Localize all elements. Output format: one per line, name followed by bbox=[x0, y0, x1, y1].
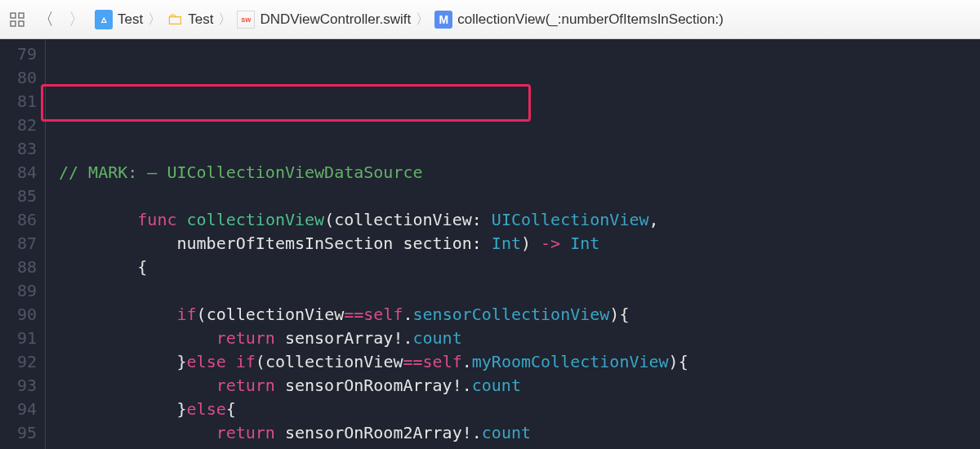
code-line[interactable]: } bbox=[59, 445, 980, 449]
code-token: Int bbox=[492, 233, 521, 253]
line-number: 89 bbox=[3, 279, 37, 303]
svg-rect-2 bbox=[11, 21, 16, 26]
line-number-gutter: 798081828384858687888990919293949596 bbox=[0, 39, 46, 449]
code-token: collectionView bbox=[207, 305, 345, 324]
code-line[interactable]: // MARK: – UICollectionViewDataSource bbox=[59, 161, 980, 184]
code-token: sensorArray bbox=[285, 328, 393, 348]
breadcrumb-item-folder[interactable]: 🗀 Test bbox=[167, 10, 213, 29]
code-token: . bbox=[462, 352, 472, 371]
code-line[interactable]: }else{ bbox=[59, 398, 980, 421]
code-token: !. bbox=[452, 376, 472, 395]
code-token: . bbox=[403, 305, 412, 324]
line-number: 82 bbox=[3, 113, 37, 137]
nav-back-icon[interactable]: 〈 bbox=[33, 8, 59, 30]
breadcrumb-separator: 〉 bbox=[148, 10, 162, 29]
line-number: 93 bbox=[3, 374, 37, 398]
code-line[interactable] bbox=[59, 137, 980, 161]
breadcrumb-label: Test bbox=[188, 11, 213, 28]
line-number: 95 bbox=[3, 421, 37, 445]
code-token: } bbox=[177, 352, 187, 371]
code-token: UICollectionView bbox=[492, 210, 649, 229]
project-icon: ▵ bbox=[95, 10, 113, 29]
breadcrumb-label: collectionView(_:numberOfItemsInSection:… bbox=[457, 11, 724, 28]
code-token: else bbox=[187, 399, 226, 419]
svg-rect-1 bbox=[19, 13, 24, 18]
line-number: 85 bbox=[3, 184, 37, 208]
code-token: { bbox=[226, 399, 236, 419]
breadcrumb-label: Test bbox=[118, 11, 143, 28]
code-token: ){ bbox=[609, 305, 629, 324]
code-line[interactable]: return sensorOnRoomArray!.count bbox=[59, 374, 980, 398]
code-token: self bbox=[363, 305, 403, 324]
code-token: collectionView bbox=[265, 352, 403, 371]
breadcrumb-label: DNDViewController.swift bbox=[260, 11, 411, 28]
code-token: : bbox=[472, 210, 492, 229]
line-number: 90 bbox=[3, 303, 37, 327]
code-token: if bbox=[177, 305, 197, 324]
svg-rect-3 bbox=[19, 21, 24, 26]
code-line[interactable]: return sensorOnRoom2Array!.count bbox=[59, 421, 980, 445]
line-number: 91 bbox=[3, 327, 37, 350]
breadcrumb-item-method[interactable]: M collectionView(_:numberOfItemsInSectio… bbox=[434, 11, 724, 29]
code-token: == bbox=[403, 352, 422, 371]
code-line[interactable]: }else if(collectionView==self.myRoomColl… bbox=[59, 350, 980, 374]
line-number: 80 bbox=[3, 66, 37, 90]
code-token: !. bbox=[462, 423, 482, 442]
code-token: ) bbox=[521, 233, 541, 253]
code-token: !. bbox=[393, 328, 412, 348]
code-line[interactable] bbox=[59, 113, 980, 137]
code-token: collectionView bbox=[187, 210, 325, 229]
code-token: sensorCollectionView bbox=[413, 305, 610, 324]
line-number: 81 bbox=[3, 90, 37, 113]
code-token: count bbox=[413, 328, 462, 348]
method-icon: M bbox=[434, 11, 452, 29]
code-area[interactable]: // MARK: – UICollectionViewDataSource fu… bbox=[46, 39, 980, 449]
code-token: return bbox=[216, 328, 285, 348]
code-line[interactable] bbox=[59, 184, 980, 208]
code-editor[interactable]: 798081828384858687888990919293949596 // … bbox=[0, 39, 980, 449]
breadcrumb-separator: 〉 bbox=[218, 10, 232, 29]
code-token: numberOfItemsInSection bbox=[177, 233, 403, 253]
breadcrumb-item-file[interactable]: sw DNDViewController.swift bbox=[237, 11, 411, 29]
code-line[interactable]: if(collectionView==self.sensorCollection… bbox=[59, 303, 980, 327]
jump-bar: 〈 〉 ▵ Test 〉 🗀 Test 〉 sw DNDViewControll… bbox=[0, 0, 980, 39]
code-line[interactable]: return sensorArray!.count bbox=[59, 327, 980, 350]
code-line[interactable]: { bbox=[59, 256, 980, 279]
code-token: ){ bbox=[669, 352, 688, 371]
code-token: == bbox=[344, 305, 363, 324]
nav-forward-icon[interactable]: 〉 bbox=[64, 8, 90, 30]
code-token: self bbox=[423, 352, 462, 371]
code-token: count bbox=[482, 423, 531, 442]
code-token: sensorOnRoomArray bbox=[285, 376, 452, 395]
swift-file-icon: sw bbox=[237, 11, 255, 29]
code-token: func bbox=[137, 210, 186, 229]
code-token: -> bbox=[541, 233, 570, 253]
line-number: 79 bbox=[3, 42, 37, 66]
code-token: sensorOnRoom2Array bbox=[285, 423, 462, 442]
line-number: 86 bbox=[3, 208, 37, 232]
code-line[interactable]: numberOfItemsInSection section: Int) -> … bbox=[59, 232, 980, 256]
code-line[interactable]: func collectionView(collectionView: UICo… bbox=[59, 208, 980, 232]
code-token: return bbox=[216, 423, 285, 442]
line-number: 84 bbox=[3, 161, 37, 184]
line-number: 87 bbox=[3, 232, 37, 256]
code-token: else if bbox=[187, 352, 256, 371]
code-token: , bbox=[649, 210, 659, 229]
line-number: 88 bbox=[3, 256, 37, 279]
breadcrumb-item-project[interactable]: ▵ Test bbox=[95, 10, 143, 29]
folder-icon: 🗀 bbox=[167, 10, 183, 29]
code-token: ( bbox=[324, 210, 334, 229]
code-token: // MARK: – UICollectionViewDataSource bbox=[59, 162, 423, 182]
code-token: { bbox=[137, 257, 147, 277]
code-token: : bbox=[472, 233, 492, 253]
line-number: 92 bbox=[3, 350, 37, 374]
related-items-icon[interactable] bbox=[7, 9, 28, 30]
svg-rect-0 bbox=[11, 13, 16, 18]
code-token: ( bbox=[256, 352, 265, 371]
line-number: 83 bbox=[3, 137, 37, 161]
code-line[interactable] bbox=[59, 279, 980, 303]
code-token: return bbox=[216, 376, 285, 395]
line-number: 96 bbox=[3, 445, 37, 449]
breadcrumb-separator: 〉 bbox=[416, 10, 430, 29]
code-token: collectionView bbox=[334, 210, 472, 229]
